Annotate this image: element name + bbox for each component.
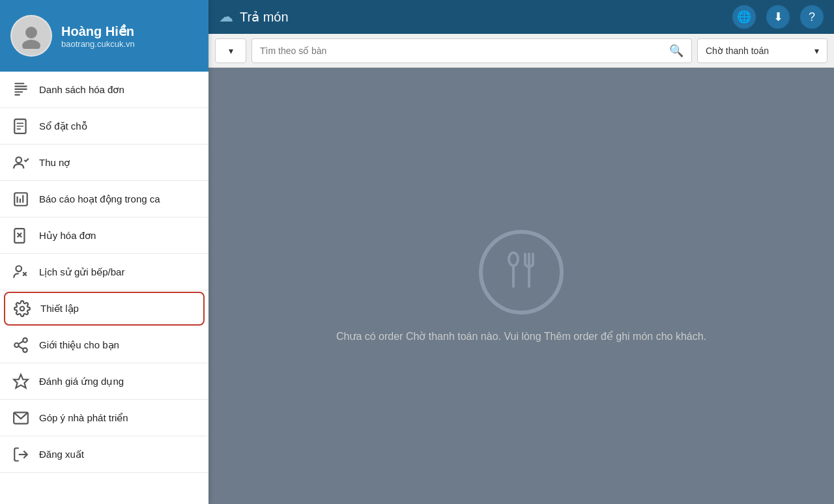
share-icon <box>12 336 30 354</box>
sidebar-item-rating[interactable]: Đánh giá ứng dụng <box>0 363 208 400</box>
sidebar-item-feedback[interactable]: Góp ý nhà phát triển <box>0 400 208 436</box>
svg-point-28 <box>509 253 518 266</box>
svg-rect-2 <box>14 83 24 84</box>
empty-message: Chưa có order Chờ thanh toán nào. Vui lò… <box>336 330 706 343</box>
svg-rect-14 <box>20 198 21 203</box>
svg-point-0 <box>25 27 37 38</box>
gear-icon <box>13 300 31 318</box>
mail-icon <box>12 409 30 427</box>
star-icon <box>12 372 30 391</box>
svg-rect-6 <box>14 94 20 95</box>
svg-point-21 <box>14 343 19 347</box>
profile-subtitle: baotrang.cukcuk.vn <box>61 39 135 49</box>
cancel-invoice-icon <box>12 227 30 245</box>
status-dropdown-arrow: ▾ <box>814 46 819 56</box>
main-content: ▾ 🔍 Chờ thanh toán ▾ Chưa có order Chờ <box>208 34 834 504</box>
sidebar-item-reservation[interactable]: Sổ đặt chỗ <box>0 108 208 145</box>
cloud-icon: ☁ <box>219 8 233 25</box>
debt-icon <box>12 154 30 172</box>
svg-rect-4 <box>14 88 27 89</box>
profile-name: Hoàng Hiền <box>61 23 135 39</box>
svg-rect-5 <box>14 91 23 92</box>
logout-icon <box>12 445 30 464</box>
svg-rect-10 <box>17 128 22 130</box>
sidebar-item-label: Đăng xuất <box>39 449 84 460</box>
food-icon-circle <box>479 230 564 315</box>
svg-point-11 <box>16 157 22 163</box>
status-dropdown[interactable]: Chờ thanh toán ▾ <box>697 38 827 63</box>
sidebar-item-label: Danh sách hóa đơn <box>39 84 124 96</box>
svg-point-1 <box>22 40 40 49</box>
header-title: Trả món <box>240 9 732 25</box>
sidebar-item-label: Sổ đặt chỗ <box>39 120 87 132</box>
dropdown-arrow: ▾ <box>229 46 233 56</box>
sidebar-item-label: Giới thiệu cho bạn <box>39 339 119 351</box>
sidebar-item-kitchen-history[interactable]: Lịch sử gửi bếp/bar <box>0 254 208 290</box>
svg-line-24 <box>18 341 23 344</box>
header: ☁ Trả món 🌐 ⬇ ? <box>208 0 834 34</box>
sidebar-item-activity-report[interactable]: Báo cáo hoạt động trong ca <box>0 181 208 217</box>
sidebar-item-label: Đánh giá ứng dụng <box>39 376 124 387</box>
toolbar: ▾ 🔍 Chờ thanh toán ▾ <box>208 34 834 68</box>
search-box: 🔍 <box>252 38 692 63</box>
sidebar-item-label: Góp ý nhà phát triển <box>39 412 128 424</box>
svg-rect-9 <box>17 125 24 126</box>
sidebar-item-invoice-list[interactable]: Danh sách hóa đơn <box>0 72 208 108</box>
search-icon: 🔍 <box>669 44 683 58</box>
avatar <box>10 15 52 57</box>
sidebar-item-label: Báo cáo hoạt động trong ca <box>39 193 160 205</box>
sidebar-profile: Hoàng Hiền baotrang.cukcuk.vn <box>0 0 208 72</box>
svg-line-23 <box>18 346 23 348</box>
profile-info: Hoàng Hiền baotrang.cukcuk.vn <box>61 23 135 49</box>
invoice-icon <box>12 81 30 99</box>
report-icon <box>12 190 30 208</box>
book-icon <box>12 117 30 135</box>
sidebar-item-debt[interactable]: Thu nợ <box>0 145 208 181</box>
download-button[interactable]: ⬇ <box>766 5 790 29</box>
search-input[interactable] <box>260 46 664 56</box>
svg-point-19 <box>16 266 22 272</box>
svg-marker-25 <box>14 374 28 388</box>
kitchen-icon <box>12 263 30 281</box>
empty-state: Chưa có order Chờ thanh toán nào. Vui lò… <box>208 68 834 504</box>
sidebar-item-label: Hủy hóa đơn <box>39 230 96 242</box>
svg-point-20 <box>23 338 27 343</box>
svg-rect-13 <box>17 196 18 203</box>
sidebar-menu: Danh sách hóa đơn Sổ đặt chỗ Thu nợ Báo … <box>0 72 208 504</box>
sidebar-item-settings[interactable]: Thiết lập <box>4 292 205 326</box>
sidebar-item-label: Lịch sử gửi bếp/bar <box>39 266 124 278</box>
svg-rect-3 <box>14 85 27 87</box>
svg-point-22 <box>23 348 27 352</box>
sidebar-item-label: Thu nợ <box>39 157 70 169</box>
help-button[interactable]: ? <box>800 5 824 29</box>
status-label: Chờ thanh toán <box>706 46 769 56</box>
header-actions: 🌐 ⬇ ? <box>732 5 824 29</box>
sidebar-item-label: Thiết lập <box>40 303 79 315</box>
sidebar-item-cancel-invoice[interactable]: Hủy hóa đơn <box>0 217 208 254</box>
svg-rect-15 <box>22 195 23 203</box>
filter-dropdown[interactable]: ▾ <box>215 38 246 63</box>
sidebar-item-logout[interactable]: Đăng xuất <box>0 436 208 473</box>
globe-button[interactable]: 🌐 <box>732 5 756 29</box>
svg-rect-8 <box>17 122 24 124</box>
sidebar: Hoàng Hiền baotrang.cukcuk.vn Danh sách … <box>0 0 208 504</box>
sidebar-item-referral[interactable]: Giới thiệu cho bạn <box>0 327 208 363</box>
